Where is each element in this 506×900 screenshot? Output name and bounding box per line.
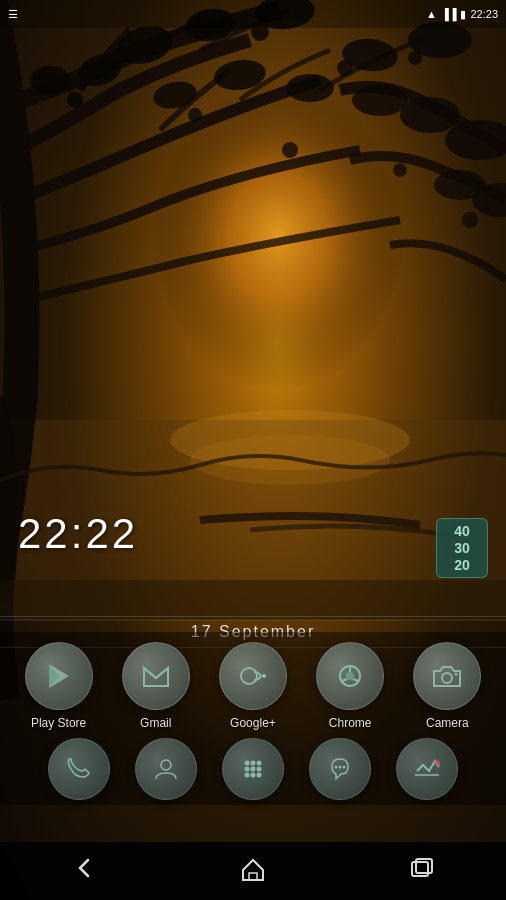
status-left: ☰ (8, 8, 18, 21)
gmail-icon (122, 642, 190, 710)
svg-point-44 (244, 761, 249, 766)
svg-rect-57 (249, 873, 257, 880)
app-dashclock[interactable] (396, 738, 458, 800)
app-row-secondary (0, 738, 506, 800)
chrome-icon (316, 642, 384, 710)
play-store-icon (25, 642, 93, 710)
clock-widget: 22:22 (18, 510, 138, 558)
hangouts-icon (309, 738, 371, 800)
app-drawer-icon (222, 738, 284, 800)
app-phone[interactable] (48, 738, 110, 800)
battery-icon: ▮ (460, 8, 466, 21)
app-camera[interactable]: Camera (413, 642, 481, 730)
chrome-label: Chrome (329, 716, 372, 730)
svg-point-46 (256, 761, 261, 766)
status-right: ▲ ▐▐ ▮ 22:23 (426, 8, 498, 21)
svg-point-54 (339, 766, 342, 769)
app-dock: Play Store Gmail Google+ (0, 632, 506, 805)
app-drawer[interactable] (222, 738, 284, 800)
google-plus-icon (219, 642, 287, 710)
scroll-num-3: 20 (454, 558, 470, 572)
svg-point-52 (256, 773, 261, 778)
phone-icon (48, 738, 110, 800)
svg-point-56 (434, 760, 440, 766)
status-time: 22:23 (470, 8, 498, 20)
svg-point-51 (250, 773, 255, 778)
camera-label: Camera (426, 716, 469, 730)
svg-point-45 (250, 761, 255, 766)
svg-line-40 (353, 679, 358, 681)
google-plus-label: Google+ (230, 716, 276, 730)
app-chrome[interactable]: Chrome (316, 642, 384, 730)
svg-point-47 (244, 767, 249, 772)
play-store-label: Play Store (31, 716, 86, 730)
signal-icon: ▐▐ (441, 8, 457, 20)
svg-point-53 (335, 766, 338, 769)
svg-point-55 (343, 766, 346, 769)
svg-point-48 (250, 767, 255, 772)
svg-point-50 (244, 773, 249, 778)
gmail-label: Gmail (140, 716, 171, 730)
status-bar: ☰ ▲ ▐▐ ▮ 22:23 (0, 0, 506, 28)
contacts-icon (135, 738, 197, 800)
scroll-num-2: 30 (454, 541, 470, 555)
app-google-plus[interactable]: Google+ (219, 642, 287, 730)
camera-icon (413, 642, 481, 710)
svg-point-49 (256, 767, 261, 772)
app-row-main: Play Store Gmail Google+ (0, 642, 506, 730)
svg-point-41 (442, 673, 452, 683)
scroll-widget: 40 30 20 (436, 518, 488, 578)
svg-line-39 (342, 679, 347, 681)
back-button[interactable] (70, 854, 98, 888)
svg-point-37 (346, 672, 354, 680)
recents-button[interactable] (408, 854, 436, 888)
app-contacts[interactable] (135, 738, 197, 800)
svg-point-43 (161, 760, 171, 770)
home-button[interactable] (239, 854, 267, 888)
app-gmail[interactable]: Gmail (122, 642, 190, 730)
clock-time: 22:22 (18, 510, 138, 557)
svg-point-42 (455, 673, 458, 676)
app-play-store[interactable]: Play Store (25, 642, 93, 730)
wifi-icon: ▲ (426, 8, 437, 20)
dashclock-icon (396, 738, 458, 800)
app-hangouts[interactable] (309, 738, 371, 800)
nav-bar (0, 842, 506, 900)
svg-point-33 (241, 668, 257, 684)
menu-icon: ☰ (8, 8, 18, 21)
scroll-num-1: 40 (454, 524, 470, 538)
